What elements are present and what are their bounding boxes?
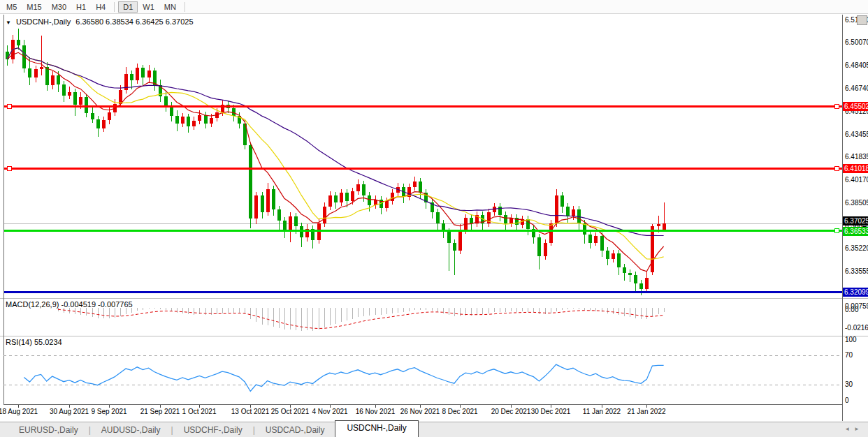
tab-scroll-right-icon[interactable]: ► (854, 426, 864, 432)
candle-bear (639, 283, 643, 289)
candle-bear (91, 113, 94, 119)
chart-tab-bar: EURUSD-,Daily|AUDUSD-,Daily|USDCHF-,Dail… (0, 422, 868, 437)
candle-bear (17, 40, 20, 45)
candle-bull (413, 182, 417, 187)
candle-bear (526, 219, 530, 229)
chart-tab-usdchf[interactable]: USDCHF-,Daily (173, 423, 253, 437)
candle-bull (645, 278, 649, 289)
candle-bear (623, 267, 626, 273)
chart-tab-usdcad[interactable]: USDCAD-,Daily (255, 423, 335, 437)
candle-bear (600, 236, 604, 251)
candle-bear (130, 74, 133, 80)
candle-bull (594, 236, 598, 243)
candle-bull (119, 90, 122, 104)
candle-bull (136, 68, 139, 80)
candle-bear (272, 189, 275, 209)
candle-bear (453, 243, 456, 251)
candle-bull (612, 253, 615, 259)
candle-bear (447, 232, 451, 243)
candle-bear (537, 237, 541, 257)
candle-bear (436, 212, 440, 223)
candle-bear (334, 195, 338, 202)
candle-bear (277, 209, 281, 221)
candle-bull (385, 201, 389, 208)
line-endpoint-marker[interactable] (834, 104, 839, 108)
candle-bull (289, 216, 292, 230)
candle-bear (300, 226, 303, 237)
candle-bull (34, 69, 38, 77)
candle-bear (283, 221, 287, 230)
candle-bear (73, 92, 77, 105)
candle-bull (328, 195, 332, 207)
ma-line-13 (7, 48, 664, 260)
candle-bear (606, 251, 609, 259)
candle-bull (572, 209, 575, 216)
candle-bear (419, 182, 422, 193)
candle-bear (261, 195, 264, 212)
candle-bull (254, 195, 258, 218)
candle-bull (266, 189, 270, 212)
candle-bull (210, 118, 213, 124)
candle-bull (317, 223, 321, 240)
macd-signal-line (58, 309, 664, 328)
candle-bear (232, 108, 236, 116)
candle-bull (458, 230, 462, 251)
candle-bear (175, 116, 179, 124)
axis-corner-box[interactable] (857, 15, 867, 25)
chart-tab-eurusd[interactable]: EURUSD-,Daily (8, 423, 89, 437)
ma-line-8 (7, 52, 664, 272)
tab-scroll-left-icon[interactable]: ◄ (844, 426, 854, 432)
candle-bull (102, 120, 106, 128)
candle-bull (68, 92, 71, 96)
candle-bear (345, 193, 349, 201)
candle-bull (323, 207, 326, 223)
candle-bear (470, 218, 473, 223)
candle-bull (340, 193, 343, 202)
candle-bear (294, 216, 298, 226)
candle-bear (170, 106, 173, 116)
rsi-line (24, 364, 663, 391)
candle-bear (362, 184, 366, 195)
candle-bear (617, 253, 621, 267)
line-endpoint-marker[interactable] (834, 166, 839, 170)
candle-bull (147, 71, 151, 77)
candle-bull (356, 184, 360, 191)
candle-bull (40, 67, 43, 69)
candle-bull (79, 97, 82, 105)
candle-bull (351, 191, 354, 201)
tab-scroll-arrows: ◄► (844, 426, 864, 432)
candle-bear (249, 145, 252, 218)
candle-bull (192, 121, 196, 126)
candle-bear (504, 215, 507, 223)
line-endpoint-marker[interactable] (834, 228, 839, 232)
candle-bull (108, 112, 111, 120)
candle-bull (549, 223, 553, 243)
candle-bear (187, 117, 190, 126)
candle-bull (198, 115, 201, 121)
candle-bear (164, 96, 168, 106)
candle-bull (51, 75, 55, 85)
candle-bull (651, 226, 654, 272)
line-endpoint-marker[interactable] (7, 104, 11, 108)
candle-bear (634, 275, 637, 283)
candle-bear (566, 207, 570, 216)
chart-tab-audusd[interactable]: AUDUSD-,Daily (91, 423, 171, 437)
candle-bull (544, 243, 547, 257)
candle-bear (62, 84, 66, 96)
candle-bear (368, 195, 371, 205)
candle-bull (555, 195, 558, 223)
candle-bear (141, 68, 145, 77)
candle-bull (657, 224, 660, 226)
candle-bear (560, 195, 564, 207)
ma-line-34 (7, 48, 664, 236)
chart-canvas[interactable] (0, 0, 868, 437)
candle-bear (498, 207, 502, 215)
candle-bear (628, 273, 632, 275)
line-endpoint-marker[interactable] (7, 166, 11, 170)
candle-bear (204, 115, 208, 124)
candle-bull (181, 117, 185, 124)
chart-tab-usdcnh[interactable]: USDCNH-,Daily (335, 420, 418, 437)
candle-bear (45, 67, 49, 85)
candle-bear (57, 75, 60, 84)
candle-bear (588, 235, 592, 243)
